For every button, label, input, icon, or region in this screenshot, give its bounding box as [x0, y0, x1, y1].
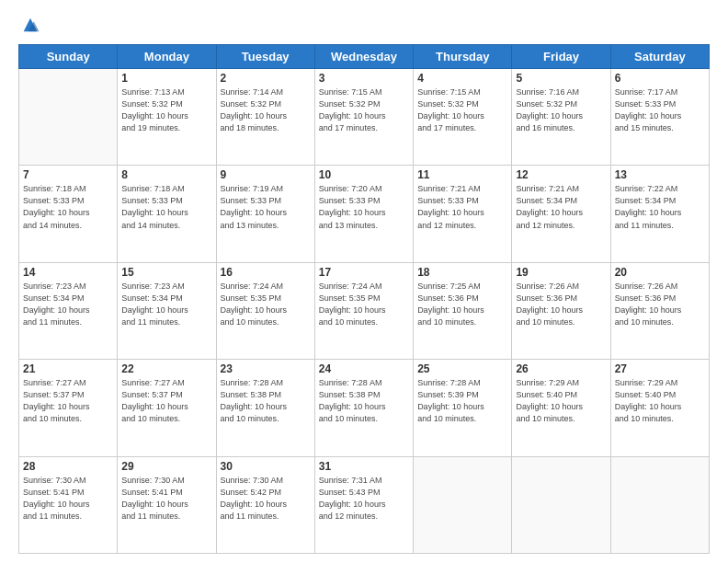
day-number: 31: [319, 460, 409, 473]
day-info: Sunrise: 7:16 AM Sunset: 5:32 PM Dayligh…: [516, 86, 606, 134]
calendar-week-5: 28Sunrise: 7:30 AM Sunset: 5:41 PM Dayli…: [19, 456, 710, 553]
day-number: 2: [221, 72, 311, 85]
day-number: 5: [516, 72, 606, 85]
calendar-cell: 6Sunrise: 7:17 AM Sunset: 5:33 PM Daylig…: [610, 69, 709, 166]
day-number: 17: [319, 266, 409, 279]
weekday-header-wednesday: Wednesday: [314, 45, 413, 69]
calendar-cell: 14Sunrise: 7:23 AM Sunset: 5:34 PM Dayli…: [19, 262, 118, 359]
day-info: Sunrise: 7:13 AM Sunset: 5:32 PM Dayligh…: [121, 86, 211, 134]
calendar-cell: 11Sunrise: 7:21 AM Sunset: 5:33 PM Dayli…: [414, 166, 512, 262]
day-info: Sunrise: 7:22 AM Sunset: 5:34 PM Dayligh…: [615, 183, 705, 231]
day-number: 21: [23, 362, 113, 375]
day-number: 8: [121, 168, 211, 181]
weekday-header-tuesday: Tuesday: [216, 45, 314, 69]
day-number: 12: [516, 168, 606, 181]
day-info: Sunrise: 7:15 AM Sunset: 5:32 PM Dayligh…: [417, 86, 507, 134]
logo-icon: [20, 15, 40, 35]
day-number: 25: [417, 362, 507, 375]
weekday-row: SundayMondayTuesdayWednesdayThursdayFrid…: [19, 45, 710, 69]
day-info: Sunrise: 7:28 AM Sunset: 5:38 PM Dayligh…: [221, 377, 311, 425]
calendar-week-1: 1Sunrise: 7:13 AM Sunset: 5:32 PM Daylig…: [19, 69, 710, 166]
page: SundayMondayTuesdayWednesdayThursdayFrid…: [0, 0, 728, 563]
day-info: Sunrise: 7:30 AM Sunset: 5:42 PM Dayligh…: [221, 475, 311, 523]
day-info: Sunrise: 7:17 AM Sunset: 5:33 PM Dayligh…: [615, 86, 705, 134]
day-info: Sunrise: 7:24 AM Sunset: 5:35 PM Dayligh…: [221, 281, 311, 328]
logo: [18, 15, 40, 35]
calendar-table: SundayMondayTuesdayWednesdayThursdayFrid…: [18, 44, 710, 554]
day-info: Sunrise: 7:29 AM Sunset: 5:40 PM Dayligh…: [516, 377, 606, 425]
day-info: Sunrise: 7:31 AM Sunset: 5:43 PM Dayligh…: [319, 475, 409, 523]
weekday-header-monday: Monday: [118, 45, 216, 69]
calendar-cell: 2Sunrise: 7:14 AM Sunset: 5:32 PM Daylig…: [216, 69, 314, 166]
day-info: Sunrise: 7:18 AM Sunset: 5:33 PM Dayligh…: [23, 183, 113, 231]
calendar-cell: 21Sunrise: 7:27 AM Sunset: 5:37 PM Dayli…: [19, 360, 118, 456]
calendar-cell: [512, 456, 610, 553]
day-number: 11: [417, 168, 507, 181]
calendar-cell: 28Sunrise: 7:30 AM Sunset: 5:41 PM Dayli…: [19, 456, 118, 553]
day-number: 15: [121, 266, 211, 279]
day-number: 19: [516, 266, 606, 279]
day-info: Sunrise: 7:23 AM Sunset: 5:34 PM Dayligh…: [121, 281, 211, 328]
calendar-cell: [19, 69, 118, 166]
day-info: Sunrise: 7:15 AM Sunset: 5:32 PM Dayligh…: [319, 86, 409, 134]
calendar-cell: 10Sunrise: 7:20 AM Sunset: 5:33 PM Dayli…: [314, 166, 413, 262]
day-info: Sunrise: 7:26 AM Sunset: 5:36 PM Dayligh…: [615, 281, 705, 328]
calendar-cell: 7Sunrise: 7:18 AM Sunset: 5:33 PM Daylig…: [19, 166, 118, 262]
calendar-cell: 1Sunrise: 7:13 AM Sunset: 5:32 PM Daylig…: [118, 69, 216, 166]
day-number: 14: [23, 266, 113, 279]
day-info: Sunrise: 7:30 AM Sunset: 5:41 PM Dayligh…: [121, 475, 211, 523]
calendar-cell: 27Sunrise: 7:29 AM Sunset: 5:40 PM Dayli…: [610, 360, 709, 456]
weekday-header-thursday: Thursday: [414, 45, 512, 69]
day-info: Sunrise: 7:26 AM Sunset: 5:36 PM Dayligh…: [516, 281, 606, 328]
day-info: Sunrise: 7:29 AM Sunset: 5:40 PM Dayligh…: [615, 377, 705, 425]
weekday-header-saturday: Saturday: [610, 45, 709, 69]
calendar-cell: 26Sunrise: 7:29 AM Sunset: 5:40 PM Dayli…: [512, 360, 610, 456]
day-info: Sunrise: 7:21 AM Sunset: 5:34 PM Dayligh…: [516, 183, 606, 231]
day-info: Sunrise: 7:19 AM Sunset: 5:33 PM Dayligh…: [221, 183, 311, 231]
weekday-header-sunday: Sunday: [19, 45, 118, 69]
day-info: Sunrise: 7:24 AM Sunset: 5:35 PM Dayligh…: [319, 281, 409, 328]
calendar-cell: 18Sunrise: 7:25 AM Sunset: 5:36 PM Dayli…: [414, 262, 512, 359]
day-number: 22: [121, 362, 211, 375]
day-info: Sunrise: 7:28 AM Sunset: 5:38 PM Dayligh…: [319, 377, 409, 425]
calendar-cell: [610, 456, 709, 553]
day-info: Sunrise: 7:18 AM Sunset: 5:33 PM Dayligh…: [121, 183, 211, 231]
day-number: 7: [23, 168, 113, 181]
day-number: 27: [615, 362, 705, 375]
calendar-cell: 31Sunrise: 7:31 AM Sunset: 5:43 PM Dayli…: [314, 456, 413, 553]
day-number: 29: [121, 460, 211, 473]
day-number: 28: [23, 460, 113, 473]
calendar-cell: 15Sunrise: 7:23 AM Sunset: 5:34 PM Dayli…: [118, 262, 216, 359]
calendar-cell: 9Sunrise: 7:19 AM Sunset: 5:33 PM Daylig…: [216, 166, 314, 262]
day-info: Sunrise: 7:27 AM Sunset: 5:37 PM Dayligh…: [121, 377, 211, 425]
day-info: Sunrise: 7:21 AM Sunset: 5:33 PM Dayligh…: [417, 183, 507, 231]
calendar-cell: 22Sunrise: 7:27 AM Sunset: 5:37 PM Dayli…: [118, 360, 216, 456]
day-number: 3: [319, 72, 409, 85]
day-number: 23: [221, 362, 311, 375]
calendar-cell: 25Sunrise: 7:28 AM Sunset: 5:39 PM Dayli…: [414, 360, 512, 456]
calendar-cell: 30Sunrise: 7:30 AM Sunset: 5:42 PM Dayli…: [216, 456, 314, 553]
day-info: Sunrise: 7:30 AM Sunset: 5:41 PM Dayligh…: [23, 475, 113, 523]
day-number: 26: [516, 362, 606, 375]
calendar-week-4: 21Sunrise: 7:27 AM Sunset: 5:37 PM Dayli…: [19, 360, 710, 456]
calendar-cell: 20Sunrise: 7:26 AM Sunset: 5:36 PM Dayli…: [610, 262, 709, 359]
day-info: Sunrise: 7:20 AM Sunset: 5:33 PM Dayligh…: [319, 183, 409, 231]
calendar-cell: 12Sunrise: 7:21 AM Sunset: 5:34 PM Dayli…: [512, 166, 610, 262]
calendar-week-2: 7Sunrise: 7:18 AM Sunset: 5:33 PM Daylig…: [19, 166, 710, 262]
calendar-cell: 3Sunrise: 7:15 AM Sunset: 5:32 PM Daylig…: [314, 69, 413, 166]
calendar-header: SundayMondayTuesdayWednesdayThursdayFrid…: [19, 45, 710, 69]
calendar-cell: 29Sunrise: 7:30 AM Sunset: 5:41 PM Dayli…: [118, 456, 216, 553]
day-number: 10: [319, 168, 409, 181]
calendar-cell: 5Sunrise: 7:16 AM Sunset: 5:32 PM Daylig…: [512, 69, 610, 166]
calendar-cell: 23Sunrise: 7:28 AM Sunset: 5:38 PM Dayli…: [216, 360, 314, 456]
calendar-week-3: 14Sunrise: 7:23 AM Sunset: 5:34 PM Dayli…: [19, 262, 710, 359]
day-info: Sunrise: 7:28 AM Sunset: 5:39 PM Dayligh…: [417, 377, 507, 425]
day-number: 13: [615, 168, 705, 181]
calendar-cell: 4Sunrise: 7:15 AM Sunset: 5:32 PM Daylig…: [414, 69, 512, 166]
calendar-body: 1Sunrise: 7:13 AM Sunset: 5:32 PM Daylig…: [19, 69, 710, 554]
calendar-cell: 24Sunrise: 7:28 AM Sunset: 5:38 PM Dayli…: [314, 360, 413, 456]
day-info: Sunrise: 7:23 AM Sunset: 5:34 PM Dayligh…: [23, 281, 113, 328]
day-number: 9: [221, 168, 311, 181]
calendar-cell: 8Sunrise: 7:18 AM Sunset: 5:33 PM Daylig…: [118, 166, 216, 262]
day-number: 24: [319, 362, 409, 375]
